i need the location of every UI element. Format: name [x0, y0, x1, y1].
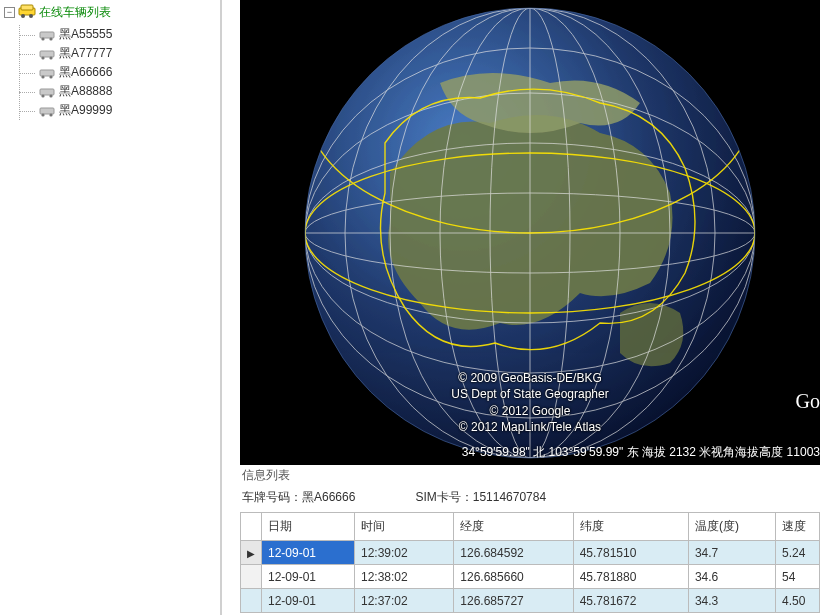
svg-point-11: [41, 75, 44, 78]
svg-rect-7: [40, 51, 54, 57]
tree-item-vehicle[interactable]: 黑A99999: [19, 101, 216, 120]
cell-lon: 126.685727: [454, 589, 573, 613]
grid-marker-header: [241, 513, 262, 541]
attrib-line: © 2009 GeoBasis-DE/BKG: [451, 370, 608, 386]
svg-point-18: [49, 113, 52, 116]
grid-header-lon[interactable]: 经度: [454, 513, 573, 541]
svg-point-17: [41, 113, 44, 116]
row-marker: [241, 565, 262, 589]
grid-header-row: 日期 时间 经度 纬度 温度(度) 速度: [241, 513, 820, 541]
svg-rect-10: [40, 70, 54, 76]
data-grid[interactable]: 日期 时间 经度 纬度 温度(度) 速度 ▶ 12-09-01 12:39:02…: [240, 512, 820, 613]
tree-children: 黑A55555 黑A77777 黑A66666 黑A88888 黑A99999: [19, 25, 216, 120]
table-row[interactable]: ▶ 12-09-01 12:39:02 126.684592 45.781510…: [241, 541, 820, 565]
plate-value: 黑A66666: [302, 490, 355, 504]
row-marker: [241, 589, 262, 613]
cell-temp: 34.3: [688, 589, 775, 613]
cell-lat: 45.781880: [573, 565, 688, 589]
tree-item-vehicle[interactable]: 黑A88888: [19, 82, 216, 101]
cell-temp: 34.7: [688, 541, 775, 565]
grid-header-temp[interactable]: 温度(度): [688, 513, 775, 541]
svg-rect-1: [21, 5, 33, 10]
svg-rect-16: [40, 108, 54, 114]
tree-item-vehicle[interactable]: 黑A55555: [19, 25, 216, 44]
cell-temp: 34.6: [688, 565, 775, 589]
car-gray-icon: [39, 67, 55, 79]
car-gray-icon: [39, 48, 55, 60]
current-row-arrow-icon: ▶: [247, 548, 255, 559]
svg-rect-4: [40, 32, 54, 38]
cell-date: 12-09-01: [262, 565, 355, 589]
svg-point-8: [41, 56, 44, 59]
tree-item-label: 黑A77777: [59, 45, 112, 62]
car-gray-icon: [39, 86, 55, 98]
grid-header-lat[interactable]: 纬度: [573, 513, 688, 541]
tree-item-vehicle[interactable]: 黑A66666: [19, 63, 216, 82]
cell-lon: 126.685660: [454, 565, 573, 589]
svg-point-9: [49, 56, 52, 59]
cell-lat: 45.781672: [573, 589, 688, 613]
svg-point-6: [49, 37, 52, 40]
cell-lat: 45.781510: [573, 541, 688, 565]
google-logo: Go: [796, 390, 820, 413]
cell-date: 12-09-01: [262, 541, 355, 565]
svg-point-3: [29, 14, 33, 18]
cell-time: 12:37:02: [354, 589, 453, 613]
cell-time: 12:38:02: [354, 565, 453, 589]
svg-point-5: [41, 37, 44, 40]
grid-header-time[interactable]: 时间: [354, 513, 453, 541]
tree-item-label: 黑A99999: [59, 102, 112, 119]
sim-value: 15114670784: [473, 490, 546, 504]
attrib-line: © 2012 MapLink/Tele Atlas: [451, 419, 608, 435]
tree-item-label: 黑A88888: [59, 83, 112, 100]
tree-item-label: 黑A66666: [59, 64, 112, 81]
sim-label: SIM卡号：: [415, 490, 472, 504]
svg-rect-13: [40, 89, 54, 95]
grid-header-date[interactable]: 日期: [262, 513, 355, 541]
plate-label: 车牌号码：: [242, 490, 302, 504]
tree-item-label: 黑A55555: [59, 26, 112, 43]
globe-view[interactable]: © 2009 GeoBasis-DE/BKG US Dept of State …: [240, 0, 820, 465]
tree-root[interactable]: − 在线车辆列表: [4, 2, 216, 23]
grid-header-speed[interactable]: 速度: [776, 513, 820, 541]
info-list-title: 信息列表: [240, 465, 820, 486]
cell-time: 12:39:02: [354, 541, 453, 565]
car-gray-icon: [39, 29, 55, 41]
svg-point-12: [49, 75, 52, 78]
cell-lon: 126.684592: [454, 541, 573, 565]
tree-root-label: 在线车辆列表: [39, 4, 111, 21]
globe-attribution: © 2009 GeoBasis-DE/BKG US Dept of State …: [451, 370, 608, 435]
attrib-line: © 2012 Google: [451, 403, 608, 419]
tree-item-vehicle[interactable]: 黑A77777: [19, 44, 216, 63]
sidebar: − 在线车辆列表 黑A55555 黑A77777 黑A66666 黑A88888: [0, 0, 222, 615]
car-root-icon: [18, 4, 36, 21]
row-marker: ▶: [241, 541, 262, 565]
table-row[interactable]: 12-09-01 12:38:02 126.685660 45.781880 3…: [241, 565, 820, 589]
attrib-line: US Dept of State Geographer: [451, 386, 608, 402]
table-row[interactable]: 12-09-01 12:37:02 126.685727 45.781672 3…: [241, 589, 820, 613]
cell-speed: 4.50: [776, 589, 820, 613]
svg-point-2: [21, 14, 25, 18]
globe-status-text: 34°59'59.98" 北 103°59'59.99" 东 海拔 2132 米…: [462, 444, 820, 461]
svg-point-15: [49, 94, 52, 97]
tree-collapse-icon[interactable]: −: [4, 7, 15, 18]
cell-speed: 5.24: [776, 541, 820, 565]
cell-speed: 54: [776, 565, 820, 589]
info-header: 车牌号码：黑A66666 SIM卡号：15114670784: [240, 486, 820, 512]
svg-point-14: [41, 94, 44, 97]
car-gray-icon: [39, 105, 55, 117]
cell-date: 12-09-01: [262, 589, 355, 613]
